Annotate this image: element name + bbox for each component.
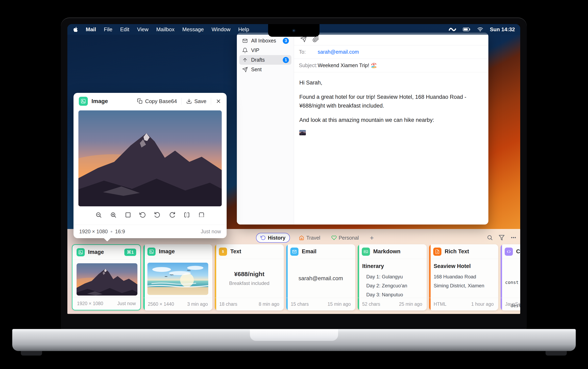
card-meta: 1920 × 1080	[77, 301, 103, 306]
menu-item-window[interactable]: Window	[212, 26, 230, 33]
clip-card-markdown[interactable]: Markdown Itinerary Day 1: Gulangyu Day 2…	[358, 244, 427, 310]
display-notch	[268, 24, 320, 37]
fit-square-icon[interactable]	[125, 212, 131, 218]
card-meta: 15 chars	[291, 301, 309, 307]
undo-rotate-icon[interactable]	[139, 212, 146, 218]
bottom-panel-icon[interactable]	[198, 212, 205, 218]
mail-window: All Inboxes 3 VIP Drafts 1 Sent	[237, 33, 488, 225]
card-title: Email	[302, 248, 317, 255]
sidebar-item-drafts[interactable]: Drafts 1	[239, 55, 291, 65]
crop-brackets-icon[interactable]	[184, 212, 190, 218]
popup-header: Image Copy Base64 Save	[73, 93, 227, 110]
sidebar-item-vip[interactable]: VIP	[239, 45, 291, 55]
tab-label: Travel	[306, 235, 320, 241]
filter-icon[interactable]	[499, 235, 505, 241]
card-title: Rich Text	[445, 248, 469, 255]
message-body[interactable]: Hi Sarah, Found a great hotel for our tr…	[294, 72, 488, 142]
image-tools	[73, 208, 227, 221]
menu-item-message[interactable]: Message	[182, 26, 204, 33]
inline-mountain-image[interactable]	[299, 130, 306, 135]
tab-history[interactable]: History	[256, 233, 290, 243]
menu-item-mailbox[interactable]: Mailbox	[156, 26, 175, 33]
zoom-out-icon[interactable]	[95, 212, 102, 218]
sidebar-item-label: VIP	[251, 47, 259, 53]
screen: Mail File Edit View Mailbox Message Wind…	[67, 24, 520, 314]
drafts-badge: 1	[283, 57, 289, 63]
history-icon	[260, 235, 266, 240]
card-meta: 18 chars	[219, 301, 237, 307]
copy-base64-label: Copy Base64	[145, 98, 177, 104]
save-button[interactable]: Save	[186, 98, 206, 104]
menu-item-file[interactable]: File	[104, 26, 113, 33]
card-title: Markdown	[373, 248, 401, 255]
card-time: 15 min ago	[328, 301, 351, 307]
search-icon[interactable]	[487, 235, 493, 241]
code-type-icon	[505, 247, 513, 256]
dot-separator	[111, 231, 112, 233]
wave-logo-icon[interactable]	[449, 27, 456, 32]
card-text-sub: Breakfast included	[229, 280, 269, 286]
zoom-in-icon[interactable]	[110, 212, 117, 218]
md-heading: Itinerary	[362, 263, 424, 269]
sidebar-item-all-inboxes[interactable]: All Inboxes 3	[239, 36, 291, 45]
sidebar-item-label: Sent	[251, 67, 262, 72]
sidebar-item-label: All Inboxes	[251, 38, 276, 44]
clipboard-history-panel: History Travel Personal +	[67, 229, 520, 314]
laptop-lid: Mail File Edit View Mailbox Message Wind…	[61, 18, 527, 329]
image-type-icon	[79, 97, 88, 106]
popup-footer: 1920 × 1080 16:9 Just now	[73, 225, 227, 238]
heart-icon	[331, 235, 337, 240]
menu-item-mail[interactable]: Mail	[86, 26, 96, 33]
close-button[interactable]	[216, 98, 221, 104]
mountain-thumbnail	[77, 263, 137, 296]
clip-card-rich-text[interactable]: Rich Text Seaview Hotel 168 Huandao Road…	[429, 244, 498, 310]
copy-icon	[137, 98, 143, 104]
clipboard-cards: Image ⌘1 1920 × 1080 Just now	[72, 244, 520, 310]
add-tab-button[interactable]: +	[368, 233, 376, 243]
to-label: To:	[299, 49, 318, 55]
wifi-icon[interactable]	[477, 27, 483, 32]
tab-travel[interactable]: Travel	[297, 233, 322, 243]
to-field[interactable]: sarah@email.com	[318, 49, 359, 55]
clip-card-email[interactable]: Email sarah@email.com 15 chars 15 min ag…	[286, 244, 355, 310]
home-icon	[299, 235, 304, 240]
category-tabs: History Travel Personal +	[256, 233, 376, 243]
copy-base64-button[interactable]: Copy Base64	[137, 98, 177, 104]
menu-item-edit[interactable]: Edit	[120, 26, 129, 33]
sidebar-item-sent[interactable]: Sent	[239, 65, 291, 74]
tab-personal[interactable]: Personal	[329, 233, 361, 243]
card-title: Text	[230, 248, 241, 255]
laptop-base	[12, 329, 576, 351]
clip-card-image-2[interactable]: Image 2560 × 1440 3 min ago	[143, 244, 212, 310]
email-type-icon	[290, 247, 299, 256]
card-email-value: sarah@email.com	[299, 275, 343, 282]
clip-card-text[interactable]: $ Text ¥688/night Breakfast included 18 …	[215, 244, 284, 310]
unread-badge: 3	[283, 38, 289, 44]
image-dimensions: 1920 × 1080	[79, 229, 108, 235]
body-paragraph: Hi Sarah,	[299, 78, 483, 87]
card-time: 1 hour ago	[471, 301, 494, 307]
image-preview[interactable]	[78, 110, 222, 206]
menu-item-help[interactable]: Help	[238, 26, 249, 33]
rotate-right-icon[interactable]	[169, 212, 175, 218]
card-time: 25 min ago	[399, 301, 422, 307]
menu-item-view[interactable]: View	[137, 26, 148, 33]
card-meta: HTML	[434, 301, 446, 307]
more-icon[interactable]	[510, 235, 516, 241]
apple-menu-icon[interactable]	[73, 26, 78, 32]
body-paragraph: Found a great hotel for our trip! Seavie…	[299, 93, 483, 110]
beach-thumbnail	[147, 263, 208, 295]
shortcut-badge: ⌘1	[124, 249, 136, 256]
subject-field[interactable]: Weekend Xiamen Trip! 🏖️	[318, 62, 377, 68]
lid-lift-notch	[250, 329, 338, 341]
clip-card-code[interactable]: Code const trip = { dest: 'Xi days: 3, b…	[501, 244, 520, 310]
menu-bar-clock[interactable]: Sun 14:32	[490, 26, 515, 33]
image-type-icon	[77, 248, 85, 256]
clip-card-image-1[interactable]: Image ⌘1 1920 × 1080 Just now	[72, 244, 141, 310]
battery-icon[interactable]	[463, 27, 471, 31]
rotate-left-icon[interactable]	[154, 212, 161, 218]
card-time: Just now	[117, 301, 136, 306]
image-type-icon	[147, 247, 155, 256]
sidebar-item-label: Drafts	[251, 57, 265, 63]
popup-title: Image	[92, 98, 108, 104]
